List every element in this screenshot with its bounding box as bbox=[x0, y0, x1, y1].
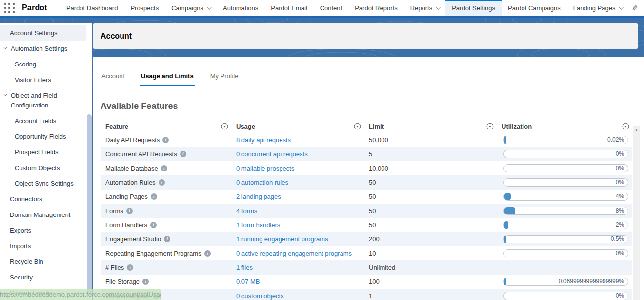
app-launcher-icon[interactable] bbox=[4, 3, 15, 14]
sidebar-item-label: Prospect Fields bbox=[15, 149, 59, 156]
sidebar-scrollbar[interactable] bbox=[86, 23, 92, 300]
info-icon[interactable]: i bbox=[126, 208, 133, 214]
sidebar-item-label: Domain Management bbox=[10, 211, 70, 218]
topnav-item-reports[interactable]: Reports bbox=[404, 0, 446, 16]
sidebar-item-domain-management[interactable]: Domain Management bbox=[0, 207, 87, 223]
usage-cell: 1 running engagement programs bbox=[231, 236, 364, 243]
usage-link[interactable]: 1 form handlers bbox=[236, 221, 280, 229]
sidebar-item-custom-objects[interactable]: Custom Objects bbox=[0, 160, 87, 176]
column-header-utilization: Utilization bbox=[497, 123, 632, 130]
limit-cell: 10,000 bbox=[364, 165, 497, 172]
column-filter-icon[interactable] bbox=[221, 123, 228, 130]
sidebar-item-object-and-field-configuration[interactable]: Object and Field Configuration bbox=[0, 88, 87, 113]
topnav-item-pardot-email[interactable]: Pardot Email bbox=[264, 0, 313, 16]
topnav-item-pardot-campaigns[interactable]: Pardot Campaigns bbox=[502, 0, 567, 16]
usage-link[interactable]: 1 files bbox=[236, 264, 253, 271]
utilization-bar: 0.02% bbox=[503, 136, 628, 144]
table-row-files: # Filesi1 filesUnlimited bbox=[101, 260, 632, 275]
utilization-value: 0.5% bbox=[611, 236, 624, 243]
topnav-item-label: Pardot Email bbox=[271, 4, 307, 12]
sidebar-item-prospect-fields[interactable]: Prospect Fields bbox=[0, 145, 87, 160]
column-header-limit: Limit bbox=[364, 123, 497, 130]
usage-link[interactable]: 2 landing pages bbox=[236, 193, 281, 200]
usage-link[interactable]: 0 active repeating engagement programs bbox=[236, 250, 352, 257]
usage-link[interactable]: 4 forms bbox=[236, 207, 257, 214]
sidebar-item-automation-settings[interactable]: Automation Settings bbox=[0, 41, 87, 57]
sidebar-item-visitor-filters[interactable]: Visitor Filters bbox=[0, 72, 87, 88]
status-url: https://embeddeddemo.pardot.force.com/ac… bbox=[3, 291, 161, 298]
sidebar-item-connectors[interactable]: Connectors bbox=[0, 192, 87, 207]
sidebar-item-label: Recycle Bin bbox=[10, 258, 43, 265]
usage-link[interactable]: 8 daily api requests bbox=[236, 136, 291, 144]
usage-cell: 0.07 MB bbox=[231, 278, 364, 285]
sidebar-item-imports[interactable]: Imports bbox=[0, 238, 87, 254]
feature-label: Forms bbox=[105, 207, 123, 214]
tab-my-profile[interactable]: My Profile bbox=[209, 68, 240, 86]
scroll-up-arrow-icon[interactable]: ▲ bbox=[633, 128, 640, 132]
sidebar-item-label: Imports bbox=[10, 242, 31, 250]
feature-label: Landing Pages bbox=[105, 193, 148, 200]
info-icon[interactable]: i bbox=[161, 165, 167, 171]
usage-link[interactable]: 1 running engagement programs bbox=[236, 236, 328, 243]
info-icon[interactable]: i bbox=[204, 250, 211, 257]
sidebar-scrollbar-thumb[interactable] bbox=[87, 114, 92, 295]
info-icon[interactable]: i bbox=[180, 151, 186, 157]
sidebar-item-scoring[interactable]: Scoring bbox=[0, 57, 87, 72]
topnav-item-pardot-settings[interactable]: Pardot Settings bbox=[445, 0, 502, 16]
topnav-item-campaigns[interactable]: Campaigns bbox=[165, 0, 217, 16]
info-icon[interactable]: i bbox=[150, 222, 157, 228]
info-icon[interactable]: i bbox=[142, 279, 149, 285]
utilization-value: 2% bbox=[616, 221, 624, 229]
feature-label: Mailable Database bbox=[105, 165, 158, 172]
limit-cell: 100 bbox=[364, 278, 497, 285]
usage-link[interactable]: 0 mailable prospects bbox=[236, 165, 294, 172]
feature-cell: Concurrent API Requestsi bbox=[101, 150, 231, 158]
topnav-item-label: Pardot Reports bbox=[355, 4, 397, 12]
table-row-concurrent-api-requests: Concurrent API Requestsi0 concurrent api… bbox=[101, 147, 632, 161]
utilization-value: 0% bbox=[616, 179, 624, 186]
topnav-item-pardot-reports[interactable]: Pardot Reports bbox=[348, 0, 403, 16]
topnav-item-prospects[interactable]: Prospects bbox=[124, 0, 165, 16]
info-icon[interactable]: i bbox=[151, 193, 157, 200]
topnav-item-content[interactable]: Content bbox=[314, 0, 349, 16]
sidebar-item-account-fields[interactable]: Account Fields bbox=[0, 113, 87, 129]
info-icon[interactable]: i bbox=[164, 236, 170, 242]
column-filter-icon[interactable] bbox=[486, 123, 494, 130]
pencil-edit-icon[interactable]: ✎ bbox=[632, 4, 638, 16]
feature-label: Engagement Studio bbox=[105, 236, 161, 243]
table-row-engagement-studio: Engagement Studioi1 running engagement p… bbox=[101, 232, 632, 246]
sidebar-item-exports[interactable]: Exports bbox=[0, 223, 87, 238]
column-filter-icon[interactable] bbox=[354, 123, 361, 130]
sidebar-item-opportunity-fields[interactable]: Opportunity Fields bbox=[0, 129, 87, 145]
sidebar-item-account-settings[interactable]: Account Settings bbox=[0, 25, 87, 41]
usage-cell: 0 mailable prospects bbox=[231, 165, 364, 172]
feature-label: Concurrent API Requests bbox=[105, 150, 177, 158]
info-icon[interactable]: i bbox=[162, 137, 169, 143]
topnav-item-pardot-dashboard[interactable]: Pardot Dashboard bbox=[60, 0, 124, 16]
usage-link[interactable]: 0 custom objects bbox=[236, 292, 284, 300]
usage-link[interactable]: 0.07 MB bbox=[236, 278, 260, 285]
limit-cell: 50 bbox=[364, 179, 497, 186]
topnav-item-landing-pages[interactable]: Landing Pages bbox=[567, 0, 629, 16]
sidebar-item-label: Object Sync Settings bbox=[15, 180, 74, 187]
usage-cell: 2 landing pages bbox=[231, 193, 364, 200]
usage-link[interactable]: 0 automation rules bbox=[236, 179, 288, 186]
sidebar-item-recycle-bin[interactable]: Recycle Bin bbox=[0, 254, 87, 270]
column-filter-icon[interactable] bbox=[622, 123, 629, 130]
tab-usage-and-limits[interactable]: Usage and Limits bbox=[140, 68, 195, 86]
sidebar-item-label: Automation Settings bbox=[11, 45, 67, 52]
topnav-item-automations[interactable]: Automations bbox=[217, 0, 264, 16]
info-icon[interactable]: i bbox=[127, 264, 133, 271]
tab-account[interactable]: Account bbox=[101, 68, 125, 86]
sidebar-item-object-sync-settings[interactable]: Object Sync Settings bbox=[0, 176, 87, 192]
info-icon[interactable]: i bbox=[159, 179, 165, 186]
content-card: AccountUsage and LimitsMy Profile Availa… bbox=[93, 57, 644, 300]
sidebar-item-security[interactable]: Security bbox=[0, 270, 87, 285]
table-scrollbar-track[interactable] bbox=[633, 126, 640, 300]
usage-link[interactable]: 0 concurrent api requests bbox=[236, 150, 308, 158]
feature-cell: Mailable Databasei bbox=[101, 165, 231, 172]
utilization-cell: 0% bbox=[497, 150, 632, 158]
utilization-value: 0.02% bbox=[607, 136, 624, 144]
table-scrollbar[interactable]: ▲ bbox=[633, 126, 640, 300]
topnav-item-label: Content bbox=[320, 4, 342, 12]
